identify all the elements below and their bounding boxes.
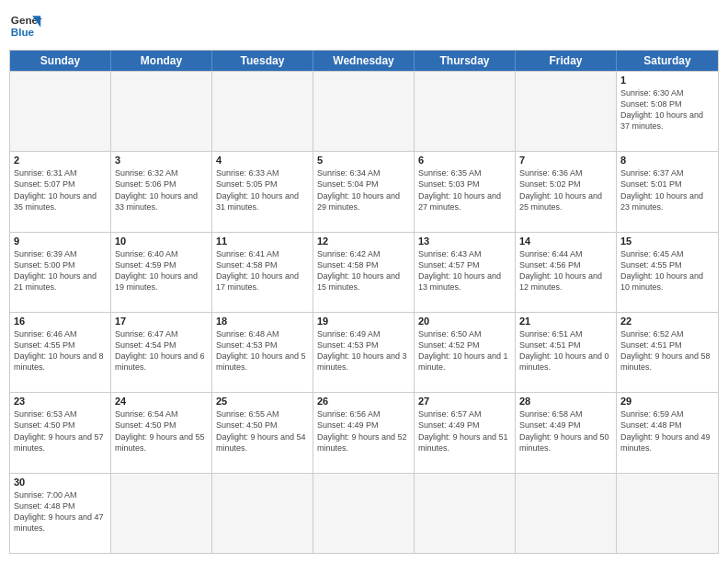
calendar-day-22: 22Sunrise: 6:52 AM Sunset: 4:51 PM Dayli… [617,313,718,392]
day-sun-info: Sunrise: 6:48 AM Sunset: 4:53 PM Dayligh… [216,328,309,373]
calendar-day-20: 20Sunrise: 6:50 AM Sunset: 4:52 PM Dayli… [415,313,516,392]
day-number: 1 [620,75,714,86]
day-number: 10 [115,236,208,247]
calendar: SundayMondayTuesdayWednesdayThursdayFrid… [9,50,719,554]
weekday-header-thursday: Thursday [415,51,516,71]
day-number: 4 [216,155,309,166]
calendar-empty-cell [212,72,313,151]
day-sun-info: Sunrise: 6:42 AM Sunset: 4:58 PM Dayligh… [317,248,410,293]
weekday-header-sunday: Sunday [10,51,111,71]
weekday-header-wednesday: Wednesday [313,51,415,71]
calendar-day-28: 28Sunrise: 6:58 AM Sunset: 4:49 PM Dayli… [516,393,617,472]
day-sun-info: Sunrise: 6:34 AM Sunset: 5:04 PM Dayligh… [317,167,410,213]
day-number: 28 [519,396,612,407]
calendar-day-10: 10Sunrise: 6:40 AM Sunset: 4:59 PM Dayli… [111,233,212,312]
weekday-header-friday: Friday [516,51,617,71]
header: General Blue [9,9,719,42]
calendar-day-6: 6Sunrise: 6:35 AM Sunset: 5:03 PM Daylig… [415,152,516,231]
calendar-day-9: 9Sunrise: 6:39 AM Sunset: 5:00 PM Daylig… [10,233,111,312]
calendar-day-11: 11Sunrise: 6:41 AM Sunset: 4:58 PM Dayli… [212,233,313,312]
calendar-header-row: SundayMondayTuesdayWednesdayThursdayFrid… [10,51,718,71]
day-number: 17 [115,316,208,327]
day-sun-info: Sunrise: 6:44 AM Sunset: 4:56 PM Dayligh… [519,248,612,293]
calendar-week-2: 2Sunrise: 6:31 AM Sunset: 5:07 PM Daylig… [10,151,718,231]
day-sun-info: Sunrise: 6:46 AM Sunset: 4:55 PM Dayligh… [14,328,107,373]
day-sun-info: Sunrise: 6:37 AM Sunset: 5:01 PM Dayligh… [620,167,714,213]
calendar-week-1: 1Sunrise: 6:30 AM Sunset: 5:08 PM Daylig… [10,71,718,151]
day-sun-info: Sunrise: 6:33 AM Sunset: 5:05 PM Dayligh… [216,167,309,213]
day-sun-info: Sunrise: 6:58 AM Sunset: 4:49 PM Dayligh… [519,408,612,454]
day-number: 8 [620,155,714,166]
calendar-day-16: 16Sunrise: 6:46 AM Sunset: 4:55 PM Dayli… [10,313,111,392]
day-sun-info: Sunrise: 6:47 AM Sunset: 4:54 PM Dayligh… [115,328,208,373]
day-sun-info: Sunrise: 6:50 AM Sunset: 4:52 PM Dayligh… [418,328,511,373]
day-number: 18 [216,316,309,327]
calendar-day-17: 17Sunrise: 6:47 AM Sunset: 4:54 PM Dayli… [111,313,212,392]
day-sun-info: Sunrise: 6:39 AM Sunset: 5:00 PM Dayligh… [14,248,107,293]
day-sun-info: Sunrise: 6:35 AM Sunset: 5:03 PM Dayligh… [418,167,511,213]
day-number: 30 [14,477,107,488]
day-sun-info: Sunrise: 6:55 AM Sunset: 4:50 PM Dayligh… [216,408,309,454]
day-sun-info: Sunrise: 6:54 AM Sunset: 4:50 PM Dayligh… [115,408,208,454]
calendar-day-1: 1Sunrise: 6:30 AM Sunset: 5:08 PM Daylig… [617,72,718,151]
calendar-day-21: 21Sunrise: 6:51 AM Sunset: 4:51 PM Dayli… [516,313,617,392]
day-number: 12 [317,236,410,247]
calendar-week-3: 9Sunrise: 6:39 AM Sunset: 5:00 PM Daylig… [10,232,718,312]
day-number: 24 [115,396,208,407]
calendar-day-30: 30Sunrise: 7:00 AM Sunset: 4:48 PM Dayli… [10,474,111,553]
calendar-empty-cell [111,72,212,151]
calendar-empty-cell [617,474,718,553]
calendar-body: 1Sunrise: 6:30 AM Sunset: 5:08 PM Daylig… [10,71,718,553]
calendar-day-27: 27Sunrise: 6:57 AM Sunset: 4:49 PM Dayli… [415,393,516,472]
calendar-empty-cell [111,474,212,553]
calendar-empty-cell [516,474,617,553]
day-number: 15 [620,236,714,247]
calendar-day-25: 25Sunrise: 6:55 AM Sunset: 4:50 PM Dayli… [212,393,313,472]
day-number: 26 [317,396,410,407]
day-sun-info: Sunrise: 6:59 AM Sunset: 4:48 PM Dayligh… [620,408,714,454]
day-number: 5 [317,155,410,166]
calendar-empty-cell [212,474,313,553]
day-sun-info: Sunrise: 6:57 AM Sunset: 4:49 PM Dayligh… [418,408,511,454]
day-sun-info: Sunrise: 7:00 AM Sunset: 4:48 PM Dayligh… [14,489,107,534]
day-number: 7 [519,155,612,166]
calendar-empty-cell [415,474,516,553]
calendar-week-5: 23Sunrise: 6:53 AM Sunset: 4:50 PM Dayli… [10,392,718,472]
day-number: 27 [418,396,511,407]
calendar-day-4: 4Sunrise: 6:33 AM Sunset: 5:05 PM Daylig… [212,152,313,231]
calendar-day-2: 2Sunrise: 6:31 AM Sunset: 5:07 PM Daylig… [10,152,111,231]
day-number: 23 [14,396,107,407]
calendar-day-12: 12Sunrise: 6:42 AM Sunset: 4:58 PM Dayli… [313,233,415,312]
calendar-day-26: 26Sunrise: 6:56 AM Sunset: 4:49 PM Dayli… [313,393,415,472]
day-number: 19 [317,316,410,327]
day-number: 21 [519,316,612,327]
day-sun-info: Sunrise: 6:32 AM Sunset: 5:06 PM Dayligh… [115,167,208,213]
day-sun-info: Sunrise: 6:43 AM Sunset: 4:57 PM Dayligh… [418,248,511,293]
svg-text:Blue: Blue [11,26,35,38]
calendar-empty-cell [313,474,415,553]
day-number: 29 [620,396,714,407]
calendar-day-14: 14Sunrise: 6:44 AM Sunset: 4:56 PM Dayli… [516,233,617,312]
calendar-day-23: 23Sunrise: 6:53 AM Sunset: 4:50 PM Dayli… [10,393,111,472]
day-sun-info: Sunrise: 6:45 AM Sunset: 4:55 PM Dayligh… [620,248,714,293]
day-number: 13 [418,236,511,247]
day-sun-info: Sunrise: 6:49 AM Sunset: 4:53 PM Dayligh… [317,328,410,373]
day-number: 3 [115,155,208,166]
day-sun-info: Sunrise: 6:31 AM Sunset: 5:07 PM Dayligh… [14,167,107,213]
calendar-day-24: 24Sunrise: 6:54 AM Sunset: 4:50 PM Dayli… [111,393,212,472]
day-sun-info: Sunrise: 6:52 AM Sunset: 4:51 PM Dayligh… [620,328,714,373]
day-number: 2 [14,155,107,166]
calendar-empty-cell [10,72,111,151]
calendar-day-18: 18Sunrise: 6:48 AM Sunset: 4:53 PM Dayli… [212,313,313,392]
calendar-day-5: 5Sunrise: 6:34 AM Sunset: 5:04 PM Daylig… [313,152,415,231]
day-sun-info: Sunrise: 6:30 AM Sunset: 5:08 PM Dayligh… [620,87,714,132]
weekday-header-saturday: Saturday [617,51,718,71]
day-number: 25 [216,396,309,407]
calendar-day-19: 19Sunrise: 6:49 AM Sunset: 4:53 PM Dayli… [313,313,415,392]
day-sun-info: Sunrise: 6:41 AM Sunset: 4:58 PM Dayligh… [216,248,309,293]
day-number: 16 [14,316,107,327]
page: General Blue SundayMondayTuesdayWednesda… [0,0,728,563]
day-sun-info: Sunrise: 6:53 AM Sunset: 4:50 PM Dayligh… [14,408,107,454]
day-number: 6 [418,155,511,166]
weekday-header-monday: Monday [111,51,212,71]
